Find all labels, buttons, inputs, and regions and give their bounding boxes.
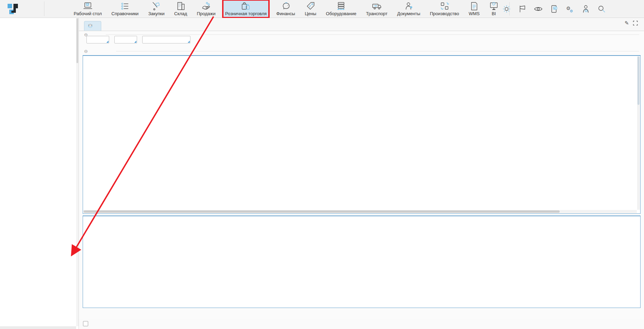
documents-icon bbox=[404, 2, 413, 11]
app-logo-icon bbox=[6, 2, 19, 16]
top-toolbar: Рабочий столСправочникиЗакупкиСкладПрода… bbox=[0, 0, 644, 18]
warehouse-icon bbox=[176, 2, 186, 11]
view-icon[interactable] bbox=[534, 4, 543, 13]
main-menu: Рабочий столСправочникиЗакупкиСкладПрода… bbox=[72, 0, 500, 17]
acts-hscrollbar[interactable] bbox=[83, 210, 637, 213]
bottom-bar bbox=[79, 319, 644, 329]
edit-icon[interactable]: ✎ bbox=[624, 20, 629, 26]
sidebar-hscrollbar[interactable] bbox=[0, 326, 76, 329]
wms-icon bbox=[470, 2, 478, 11]
menu-item-label: Продажи bbox=[197, 11, 215, 16]
menu-item-label: WMS bbox=[469, 11, 480, 16]
equipment-icon bbox=[336, 2, 346, 11]
menu-item-bi[interactable]: BI bbox=[487, 0, 500, 17]
menu-item-label: Цены bbox=[305, 11, 316, 16]
navigation-sidebar bbox=[0, 18, 79, 329]
menu-item-prices[interactable]: Цены bbox=[303, 0, 318, 17]
menu-item-sales[interactable]: Продажи bbox=[195, 0, 217, 17]
menu-item-label: Документы bbox=[397, 11, 420, 16]
menu-item-documents[interactable]: Документы bbox=[395, 0, 422, 17]
finance-icon bbox=[281, 2, 291, 11]
layers-icon bbox=[88, 24, 93, 28]
tab-acts-revaluation[interactable] bbox=[84, 21, 101, 31]
flag-icon[interactable] bbox=[518, 4, 527, 13]
purchases-icon bbox=[152, 2, 161, 11]
transport-icon bbox=[372, 2, 382, 11]
bi-icon bbox=[489, 2, 498, 11]
menu-item-label: Транспорт bbox=[366, 11, 388, 16]
menu-item-label: Производство bbox=[430, 11, 459, 16]
acts-table bbox=[83, 55, 641, 214]
menu-item-purchases[interactable]: Закупки bbox=[146, 0, 166, 17]
maximize-icon[interactable] bbox=[633, 21, 638, 26]
menu-item-production[interactable]: Производство bbox=[428, 0, 461, 17]
document-tabstrip: ✎ bbox=[79, 18, 644, 31]
menu-item-label: Склад bbox=[174, 11, 187, 16]
sidebar-scrollbar[interactable] bbox=[76, 18, 79, 326]
adjust-checkbox-row[interactable] bbox=[83, 321, 90, 326]
store-input[interactable] bbox=[142, 36, 190, 43]
utility-icons: ⚙⚙ bbox=[502, 0, 606, 18]
feedback-icon[interactable] bbox=[550, 4, 559, 13]
menu-item-label: BI bbox=[492, 11, 496, 16]
acts-group-label: ⊖ bbox=[84, 49, 90, 54]
collapse-icon[interactable]: ⊖ bbox=[84, 49, 88, 54]
settings-icon[interactable]: ⚙⚙ bbox=[565, 4, 574, 13]
application-window: Рабочий столСправочникиЗакупкиСкладПрода… bbox=[0, 0, 644, 329]
main-content: ✎ ⊖ ⊖ bbox=[79, 18, 644, 329]
desktop-icon bbox=[83, 2, 93, 11]
menu-item-label: Закупки bbox=[148, 11, 164, 16]
theme-icon[interactable] bbox=[502, 4, 511, 13]
menu-item-label: Справочники bbox=[112, 11, 139, 16]
menu-item-label: Финансы bbox=[276, 11, 295, 16]
menu-item-label: Розничная торговля bbox=[225, 11, 267, 16]
search-icon[interactable] bbox=[597, 4, 606, 13]
menu-item-label: Оборудование bbox=[326, 11, 356, 16]
date-from-input[interactable] bbox=[86, 36, 109, 43]
menu-item-catalog[interactable]: Справочники bbox=[110, 0, 141, 17]
menu-item-label: Рабочий стол bbox=[74, 11, 102, 16]
menu-item-retail[interactable]: Розничная торговля bbox=[223, 0, 269, 17]
date-to-input[interactable] bbox=[114, 36, 137, 43]
production-icon bbox=[440, 2, 449, 11]
menu-item-warehouse[interactable]: Склад bbox=[172, 0, 189, 17]
retail-icon bbox=[241, 2, 251, 11]
svg-text:⚙: ⚙ bbox=[570, 9, 573, 13]
sales-icon bbox=[201, 2, 211, 11]
menu-item-desktop[interactable]: Рабочий стол bbox=[72, 0, 104, 17]
menu-item-transport[interactable]: Транспорт bbox=[364, 0, 390, 17]
menu-item-finance[interactable]: Финансы bbox=[274, 0, 297, 17]
filters-row bbox=[84, 36, 205, 43]
menu-item-wms[interactable]: WMS bbox=[467, 0, 482, 17]
user-icon[interactable] bbox=[581, 4, 590, 13]
adjust-checkbox[interactable] bbox=[83, 321, 88, 326]
toolbar-separator bbox=[44, 1, 44, 16]
acts-vscrollbar[interactable] bbox=[637, 56, 640, 210]
prices-icon bbox=[306, 2, 315, 11]
catalog-icon bbox=[120, 2, 130, 11]
menu-item-equipment[interactable]: Оборудование bbox=[324, 0, 358, 17]
specification-table bbox=[83, 216, 641, 308]
